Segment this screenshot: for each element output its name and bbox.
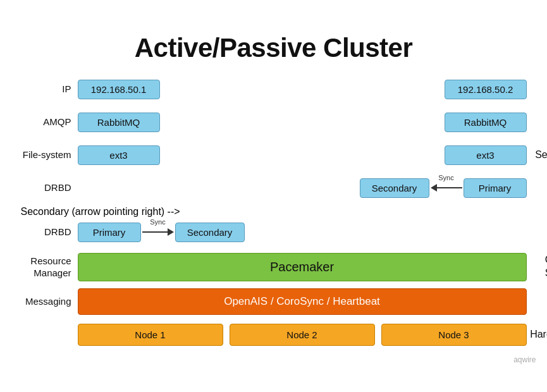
- filesystem-right-box: ext3: [445, 145, 527, 165]
- filesystem-label: File-system: [21, 149, 78, 161]
- amqp-right-box: RabbitMQ: [445, 113, 527, 132]
- drbd2-row-content: Primary Sync Secondary: [78, 223, 527, 242]
- drbd2-row: DRBD Primary Sync Secondary: [21, 217, 527, 247]
- ip-right-box: 192.168.50.2: [445, 80, 527, 99]
- watermark: aqwire: [513, 355, 536, 364]
- ip-label: IP: [21, 83, 78, 95]
- page-title: Active/Passive Cluster: [21, 33, 527, 63]
- drbd1-secondary-box: Secondary: [360, 178, 429, 198]
- diagram-body: IP 192.168.50.1 192.168.50.2 AMQP Rabbit…: [21, 75, 527, 353]
- messaging-label: Messaging: [21, 296, 78, 307]
- hardware-label: Hardware: [530, 329, 547, 340]
- ip-left-box: 192.168.50.1: [78, 80, 160, 99]
- services-label: Services: [535, 149, 547, 162]
- drbd2-primary-box: Primary: [78, 223, 141, 242]
- amqp-row: AMQP RabbitMQ RabbitMQ: [21, 107, 527, 137]
- drbd1-label: DRBD: [21, 182, 78, 193]
- filesystem-row: File-system ext3 ext3 Services: [21, 140, 527, 169]
- messaging-row-content: OpenAIS / CoroSync / Heartbeat: [78, 288, 527, 315]
- resource-manager-label: Resource Manager: [21, 255, 78, 279]
- drbd2-secondary-box: Secondary: [175, 223, 245, 242]
- ip-row: IP 192.168.50.1 192.168.50.2: [21, 75, 527, 104]
- filesystem-left-box: ext3: [78, 145, 160, 165]
- nodes-container: Node 1 Node 2 Node 3: [78, 324, 527, 346]
- node2-box: Node 2: [230, 324, 375, 346]
- amqp-row-content: RabbitMQ RabbitMQ: [78, 113, 527, 132]
- ip-row-content: 192.168.50.1 192.168.50.2: [78, 80, 527, 99]
- filesystem-row-content: ext3 ext3 Services: [78, 145, 527, 165]
- drbd1-primary-box: Primary: [464, 178, 527, 198]
- drbd1-row: DRBD Secondary Sync Primary: [21, 173, 527, 202]
- messaging-row: Messaging OpenAIS / CoroSync / Heartbeat: [21, 287, 527, 316]
- node3-box: Node 3: [381, 324, 527, 346]
- openais-box: OpenAIS / CoroSync / Heartbeat: [78, 288, 527, 315]
- amqp-left-box: RabbitMQ: [78, 113, 160, 132]
- node1-box: Node 1: [78, 324, 223, 346]
- pacemaker-box: Pacemaker: [78, 253, 527, 281]
- drbd2-sync-label: Sync: [150, 218, 165, 226]
- hardware-row-content: Node 1 Node 2 Node 3 Hardware: [78, 324, 527, 346]
- pacemaker-row-content: Pacemaker Cluster Stack: [78, 253, 527, 281]
- hardware-row: Node 1 Node 2 Node 3 Hardware: [21, 320, 527, 349]
- drbd1-row-content: Secondary Sync Primary: [78, 178, 527, 198]
- amqp-label: AMQP: [21, 116, 78, 128]
- drbd2-label: DRBD: [21, 226, 78, 238]
- pacemaker-row: Resource Manager Pacemaker Cluster Stack: [21, 250, 527, 283]
- drbd1-sync-label: Sync: [438, 174, 453, 181]
- diagram-container: Active/Passive Cluster IP 192.168.50.1 1…: [8, 27, 539, 365]
- resource-manager-text: Resource Manager: [30, 255, 71, 279]
